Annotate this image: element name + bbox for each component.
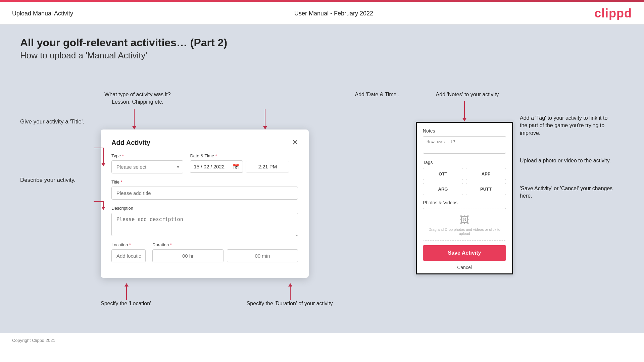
- calendar-icon[interactable]: 📅: [233, 163, 239, 170]
- page-title-block: All your golf-relevant activities… (Part…: [20, 37, 624, 61]
- cancel-button[interactable]: Cancel: [423, 261, 506, 273]
- action-buttons: Save Activity Cancel: [417, 245, 512, 273]
- top-bar: Upload Manual Activity User Manual - Feb…: [0, 2, 644, 24]
- title-row: Title *: [111, 179, 298, 200]
- svg-marker-3: [263, 126, 267, 130]
- duration-hr-input[interactable]: [152, 249, 224, 262]
- title-label: Title *: [111, 179, 298, 185]
- logo: clippd: [594, 6, 632, 20]
- phone-inner: Notes Tags OTT APP ARG PUTT Photos & Vid…: [417, 123, 512, 241]
- page-subtitle: How to upload a 'Manual Activity': [20, 50, 624, 61]
- ann-location: Specify the 'Location'.: [101, 283, 153, 307]
- modal-close-button[interactable]: ✕: [292, 139, 298, 146]
- svg-marker-15: [288, 283, 292, 287]
- title-input[interactable]: [111, 187, 298, 200]
- left-arrows-svg: [27, 111, 101, 279]
- date-input[interactable]: 📅: [190, 160, 243, 173]
- type-required-star: *: [121, 153, 124, 158]
- bottom-annotations: Specify the 'Location'. Specify the 'Dur…: [20, 283, 624, 307]
- title-required-star: *: [119, 179, 122, 185]
- type-group: Type * Please select ▾: [111, 153, 183, 173]
- datetime-group: Date & Time * 📅: [190, 153, 298, 173]
- datetime-required-star: *: [214, 153, 217, 158]
- ann-tag: Add a 'Tag' to your activity to link it …: [520, 114, 614, 137]
- upload-icon: 🖼: [460, 214, 469, 225]
- phone-mockup: Notes Tags OTT APP ARG PUTT Photos & Vid…: [416, 122, 513, 274]
- duration-required-star: *: [169, 242, 172, 247]
- right-text-annotations: Add a 'Tag' to your activity to link it …: [520, 91, 614, 274]
- time-input[interactable]: [246, 161, 289, 172]
- notes-label: Notes: [423, 128, 506, 134]
- ann-save-cancel: 'Save Activity' or 'Cancel' your changes…: [520, 185, 614, 200]
- right-section: Add 'Notes' to your activity. Notes Tags…: [416, 91, 624, 274]
- type-datetime-row: Type * Please select ▾ Date & Time *: [111, 153, 298, 173]
- location-label: Location *: [111, 242, 146, 247]
- location-group: Location *: [111, 242, 146, 262]
- main-content: All your golf-relevant activities… (Part…: [0, 24, 644, 333]
- description-textarea[interactable]: [111, 213, 298, 236]
- tag-arg[interactable]: ARG: [423, 183, 463, 195]
- notes-arrow: [416, 101, 513, 122]
- ann-datetime: Add 'Date & Time'.: [355, 91, 399, 106]
- tag-ott[interactable]: OTT: [423, 168, 463, 180]
- phone-col: Add 'Notes' to your activity. Notes Tags…: [416, 91, 513, 274]
- type-select-wrapper: Please select ▾: [111, 160, 183, 173]
- duration-group: Duration *: [152, 242, 298, 262]
- duration-arrow-up: [284, 283, 297, 300]
- save-activity-button[interactable]: Save Activity: [423, 245, 506, 261]
- modal-title: Add Activity: [111, 139, 150, 147]
- ann-type: What type of activity was it? Lesson, Ch…: [104, 91, 171, 106]
- type-label: Type *: [111, 153, 183, 158]
- content-layout: Give your activity a 'Title'. Describe y…: [20, 71, 624, 278]
- left-annotations: Give your activity a 'Title'. Describe y…: [20, 91, 87, 107]
- description-row: Description: [111, 206, 298, 236]
- location-input[interactable]: [111, 249, 146, 262]
- date-time-inputs: 📅: [190, 160, 298, 173]
- tag-putt[interactable]: PUTT: [466, 183, 506, 195]
- duration-min-input[interactable]: [227, 249, 298, 262]
- type-select[interactable]: Please select: [111, 160, 183, 173]
- ann-description: Describe your activity.: [20, 176, 87, 184]
- tags-label: Tags: [423, 160, 506, 165]
- svg-marker-13: [125, 283, 129, 287]
- modal-wrapper: What type of activity was it? Lesson, Ch…: [101, 91, 402, 278]
- page-header-center: User Manual - February 2022: [294, 10, 373, 17]
- above-modal-anns: What type of activity was it? Lesson, Ch…: [101, 91, 402, 106]
- description-label: Description: [111, 206, 298, 211]
- tags-grid: OTT APP ARG PUTT: [423, 168, 506, 195]
- notes-textarea[interactable]: [423, 136, 506, 154]
- ann-title: Give your activity a 'Title'.: [20, 118, 87, 126]
- add-activity-modal: Add Activity ✕ Type * Please select ▾: [101, 130, 309, 278]
- page-title: All your golf-relevant activities… (Part…: [20, 37, 624, 49]
- location-duration-row: Location * Duration *: [111, 242, 298, 262]
- datetime-label: Date & Time *: [190, 153, 298, 158]
- svg-marker-11: [462, 118, 466, 121]
- photos-upload-area[interactable]: 🖼 Drag and Drop photos and videos or cli…: [423, 208, 506, 241]
- arrows-above-modal: [101, 109, 309, 130]
- modal-header: Add Activity ✕: [111, 139, 298, 147]
- ann-photo: Upload a photo or video to the activity.: [520, 157, 614, 164]
- title-group: Title *: [111, 179, 298, 200]
- date-value-input[interactable]: [194, 164, 231, 169]
- description-group: Description: [111, 206, 298, 236]
- location-required-star: *: [128, 242, 131, 247]
- svg-marker-1: [132, 126, 136, 130]
- upload-text: Drag and Drop photos and videos or click…: [423, 227, 506, 236]
- location-arrow-up: [120, 283, 133, 300]
- duration-label: Duration *: [152, 242, 298, 247]
- ann-duration: Specify the 'Duration' of your activity.: [247, 283, 334, 307]
- tag-app[interactable]: APP: [466, 168, 506, 180]
- duration-inputs: [152, 249, 298, 262]
- page-header-left: Upload Manual Activity: [12, 10, 73, 17]
- photos-label: Photos & Videos: [423, 200, 506, 205]
- copyright: Copyright Clippd 2021: [0, 333, 644, 348]
- ann-notes: Add 'Notes' to your activity.: [423, 91, 513, 98]
